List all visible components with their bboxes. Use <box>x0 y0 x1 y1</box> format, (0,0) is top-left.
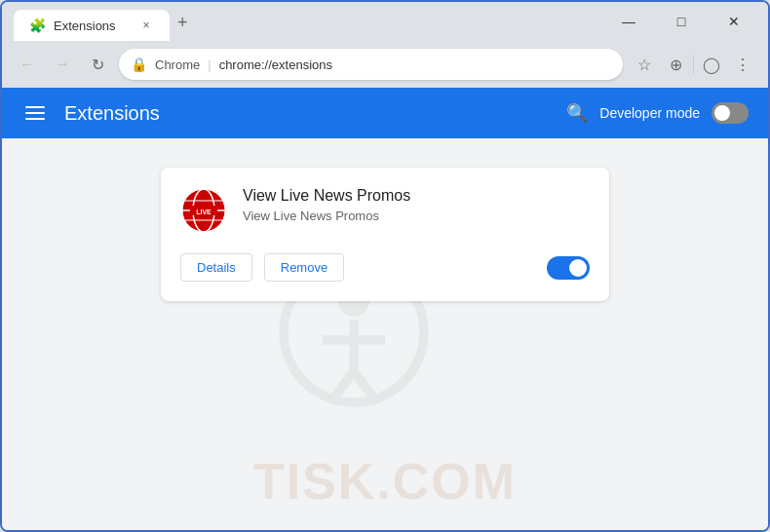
svg-text:LIVE: LIVE <box>196 209 212 215</box>
extension-enable-toggle[interactable] <box>547 256 590 280</box>
close-button[interactable]: ✕ <box>712 6 756 37</box>
extension-toggle-slider <box>547 256 590 280</box>
bookmark-button[interactable]: ☆ <box>631 51 658 78</box>
titlebar: 🧩 Extensions × + — □ ✕ <box>2 2 768 41</box>
hamburger-line-1 <box>25 106 45 108</box>
addressbar: ← → ↻ 🔒 Chrome | chrome://extensions ☆ ⊕… <box>2 41 768 88</box>
extension-description: View Live News Promos <box>243 209 590 223</box>
new-tab-button[interactable]: + <box>170 9 196 37</box>
browser-window: 🧩 Extensions × + — □ ✕ ← → ↻ 🔒 Chrome | … <box>0 0 770 532</box>
tab-area: 🧩 Extensions × + <box>14 2 598 41</box>
url-bar[interactable]: 🔒 Chrome | chrome://extensions <box>119 49 623 80</box>
hamburger-line-2 <box>25 112 45 114</box>
minimize-button[interactable]: — <box>606 6 651 37</box>
menu-button[interactable]: ⋮ <box>729 51 756 78</box>
extension-info: View Live News Promos View Live News Pro… <box>243 187 590 223</box>
tab-close-button[interactable]: × <box>138 18 154 33</box>
extension-name: View Live News Promos <box>243 187 590 205</box>
tab-icon: 🧩 <box>29 18 46 33</box>
active-tab[interactable]: 🧩 Extensions × <box>14 10 170 41</box>
extensions-header: Extensions 🔍 Developer mode <box>2 88 768 138</box>
url-separator: | <box>208 57 211 72</box>
tab-label: Extensions <box>54 19 116 33</box>
back-button[interactable]: ← <box>14 51 41 78</box>
forward-button[interactable]: → <box>49 51 76 78</box>
url-divider <box>693 55 694 74</box>
window-controls: — □ ✕ <box>606 6 756 37</box>
extension-logo: LIVE <box>180 187 227 234</box>
watermark-text: TISK.COM <box>253 452 517 511</box>
extension-card-top: LIVE View Live News Promos View Live New… <box>180 187 590 234</box>
url-actions: ☆ ⊕ ◯ ⋮ <box>631 51 756 78</box>
menu-hamburger-button[interactable] <box>21 102 49 124</box>
translate-button[interactable]: ⊕ <box>662 51 689 78</box>
toggle-slider <box>712 102 749 124</box>
extension-card: LIVE View Live News Promos View Live New… <box>161 168 609 301</box>
profile-button[interactable]: ◯ <box>698 51 725 78</box>
extensions-content: TISK.COM LIVE View Liv <box>2 138 768 530</box>
extensions-title: Extensions <box>64 102 551 125</box>
reload-button[interactable]: ↻ <box>84 51 111 78</box>
search-button[interactable]: 🔍 <box>566 102 588 124</box>
header-actions: 🔍 Developer mode <box>566 102 749 124</box>
hamburger-line-3 <box>25 118 45 120</box>
url-path: chrome://extensions <box>219 57 332 72</box>
extension-card-bottom: Details Remove <box>180 253 590 282</box>
details-button[interactable]: Details <box>180 253 252 282</box>
maximize-button[interactable]: □ <box>659 6 704 37</box>
developer-mode-toggle[interactable] <box>712 102 749 124</box>
secure-icon: 🔒 <box>131 57 147 72</box>
developer-mode-label: Developer mode <box>599 105 700 121</box>
url-site: Chrome <box>155 57 200 72</box>
remove-button[interactable]: Remove <box>264 253 344 282</box>
